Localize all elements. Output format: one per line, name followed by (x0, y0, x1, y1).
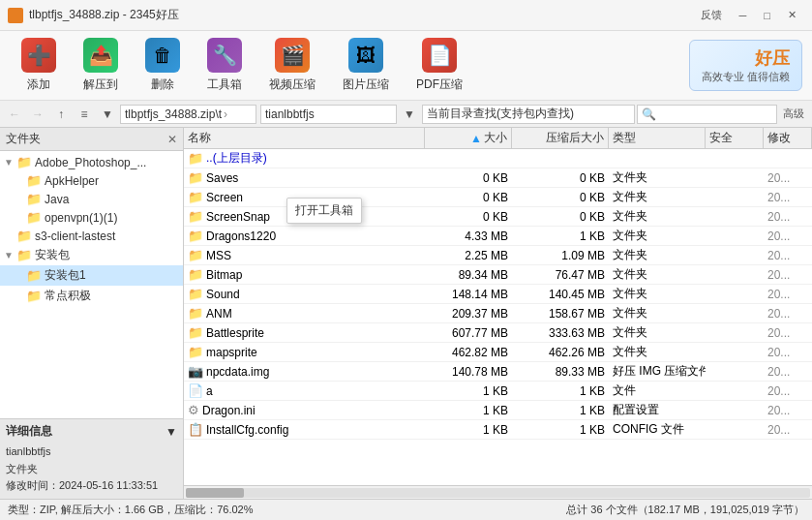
table-row[interactable]: 📁 mapsprite 462.82 MB 462.26 MB 文件夹 20..… (184, 343, 812, 362)
nav-list-view-button[interactable]: ≡ (74, 104, 95, 125)
file-name: Bitmap (206, 268, 242, 282)
table-row[interactable]: 📁 Dragons1220 4.33 MB 1 KB 文件夹 20... (184, 227, 812, 246)
sidebar-close-button[interactable]: ✕ (167, 133, 177, 146)
folder-icon: 📁 (16, 229, 32, 243)
tools-button[interactable]: 🔧 工具箱 (195, 32, 254, 99)
col-header-name[interactable]: 名称 (184, 128, 425, 148)
add-button[interactable]: ➕ 添加 (10, 32, 68, 99)
cell-compressed: 1.09 MB (512, 248, 609, 263)
cell-date: 20... (764, 287, 812, 302)
path-display[interactable]: tlbptfjs_34888.zip\t › (120, 105, 256, 124)
tree-item-java[interactable]: 📁 Java (0, 190, 183, 208)
table-row[interactable]: 📋 InstallCfg.config 1 KB 1 KB CONFIG 文件 … (184, 420, 812, 440)
table-row[interactable]: 📁 Battlesprite 607.77 MB 333.63 MB 文件夹 2… (184, 323, 812, 343)
search-input[interactable] (656, 108, 772, 120)
advanced-button[interactable]: 高级 (779, 107, 808, 121)
nav-view-dropdown[interactable]: ▼ (97, 104, 118, 125)
table-row[interactable]: 📁 MSS 2.25 MB 1.09 MB 文件夹 20... (184, 246, 812, 265)
cell-name: 📁 Dragons1220 (184, 228, 425, 244)
tree-item-install[interactable]: ▼ 📁 安装包 (0, 245, 183, 265)
cell-security (706, 352, 764, 353)
col-header-type[interactable]: 类型 (609, 128, 706, 148)
tree-item-install1[interactable]: 📁 安装包1 (0, 265, 183, 286)
table-row[interactable]: 📁 ..(上层目录) (184, 149, 812, 168)
tree-item-s3[interactable]: 📁 s3-client-lastest (0, 227, 183, 245)
file-rows[interactable]: 📁 ..(上层目录) 📁 Saves 0 KB 0 KB 文件夹 2 (184, 149, 812, 485)
nav-back-button[interactable]: ← (4, 104, 25, 125)
cell-name: 📁 MSS (184, 247, 425, 263)
cell-date: 20... (764, 248, 812, 263)
col-header-compressed[interactable]: 压缩后大小 (512, 128, 609, 148)
cell-compressed: 140.45 MB (512, 287, 609, 302)
tool-popup: 打开工具箱 (286, 198, 362, 224)
sidebar-tree[interactable]: ▼ 📁 Adobe_Photoshop_... 📁 ApkHelper 📁 Ja… (0, 151, 183, 418)
table-row[interactable]: 📁 Sound 148.14 MB 140.45 MB 文件夹 20... (184, 285, 812, 304)
cell-date: 20... (764, 190, 812, 205)
nav-up-button[interactable]: ↑ (50, 104, 72, 125)
cell-type: 文件夹 (609, 343, 706, 361)
cell-name: 📁 Bitmap (184, 266, 425, 283)
table-row[interactable]: 📁 Saves 0 KB 0 KB 文件夹 20... (184, 168, 812, 188)
cell-compressed: 0 KB (512, 190, 609, 205)
brand-name: 好压 (755, 46, 790, 70)
inner-path-text: tianlbbtfjs (265, 107, 315, 121)
table-row[interactable]: 📁 Bitmap 89.34 MB 76.47 MB 文件夹 20... (184, 265, 812, 285)
col-compressed-label: 压缩后大小 (546, 130, 604, 146)
col-name-label: 名称 (188, 130, 211, 146)
tree-item-root[interactable]: ▼ 📁 Adobe_Photoshop_... (0, 153, 183, 171)
col-size-label: 大小 (484, 130, 507, 146)
file-name: Sound (206, 288, 240, 301)
file-name: InstallCfg.config (206, 423, 288, 437)
cell-type: 文件夹 (609, 265, 706, 284)
folder-icon: 📁 (26, 268, 42, 283)
tree-item-other[interactable]: 📁 常点积极 (0, 286, 183, 306)
cell-date: 20... (764, 345, 812, 360)
file-list: 名称 ▲ 大小 压缩后大小 类型 安全 修改 📁 (184, 128, 812, 499)
tree-label: Adobe_Photoshop_... (35, 156, 146, 169)
minimize-button[interactable]: ─ (732, 8, 755, 23)
scroll-track[interactable] (186, 488, 810, 498)
tree-arrow: ▼ (4, 157, 14, 168)
tree-item-openvpn[interactable]: 📁 openvpn(1)(1) (0, 208, 183, 227)
col-header-size[interactable]: ▲ 大小 (425, 128, 512, 148)
horizontal-scrollbar[interactable] (184, 485, 812, 499)
tree-item-apkhelper[interactable]: 📁 ApkHelper (0, 171, 183, 190)
nav-forward-button[interactable]: → (27, 104, 48, 125)
status-right: 总计 36 个文件（182.17 MB，191,025,019 字节） (566, 503, 804, 517)
pdf-compress-button[interactable]: 📄 PDF压缩 (405, 32, 474, 99)
extract-button[interactable]: 📤 解压到 (72, 32, 130, 99)
table-row[interactable]: 📁 ScreenSnap 0 KB 0 KB 文件夹 20... (184, 207, 812, 227)
cell-security (706, 255, 764, 257)
table-row[interactable]: 📁 ANM 209.37 MB 158.67 MB 文件夹 20... (184, 304, 812, 323)
path-dropdown-button[interactable]: ▼ (399, 104, 420, 125)
table-row[interactable]: 📷 npcdata.img 140.78 MB 89.33 MB 好压 IMG … (184, 362, 812, 382)
scroll-thumb[interactable] (186, 488, 244, 498)
cell-date (764, 158, 812, 160)
tools-icon: 🔧 (207, 38, 242, 73)
delete-button[interactable]: 🗑 删除 (134, 32, 192, 99)
folder-icon: 📁 (16, 155, 32, 169)
table-row[interactable]: 📁 Screen 0 KB 0 KB 文件夹 20... (184, 188, 812, 207)
col-header-security[interactable]: 安全 (706, 128, 764, 148)
file-name: ScreenSnap (206, 210, 270, 224)
search-box[interactable]: 🔍 (637, 105, 777, 124)
current-dir-display: 当前目录查找(支持包内查找) (422, 105, 635, 124)
col-header-date[interactable]: 修改 (764, 128, 812, 148)
cell-security (706, 390, 764, 392)
close-button[interactable]: ✕ (780, 7, 804, 23)
inner-path-display[interactable]: tianlbbtfjs (260, 105, 397, 124)
image-compress-button[interactable]: 🖼 图片压缩 (331, 32, 401, 99)
toolbar: ➕ 添加 📤 解压到 🗑 删除 🔧 工具箱 🎬 视频压缩 🖼 图片压缩 📄 PD… (0, 31, 812, 101)
brand-logo: 好压 高效专业 值得信赖 (689, 40, 802, 91)
feedback-button[interactable]: 反馈 (693, 6, 730, 24)
cell-date: 20... (764, 170, 812, 186)
cell-size (425, 158, 512, 160)
video-compress-button[interactable]: 🎬 视频压缩 (257, 32, 327, 99)
maximize-button[interactable]: □ (756, 8, 778, 23)
table-row[interactable]: ⚙ Dragon.ini 1 KB 1 KB 配置设置 20... (184, 401, 812, 420)
table-row[interactable]: 📄 a 1 KB 1 KB 文件 20... (184, 382, 812, 401)
cell-size: 462.82 MB (425, 345, 512, 360)
title-bar: tlbptfjs_34888.zip - 2345好压 反馈 ─ □ ✕ (0, 0, 812, 31)
cell-compressed: 89.33 MB (512, 364, 609, 380)
cell-security (706, 410, 764, 412)
